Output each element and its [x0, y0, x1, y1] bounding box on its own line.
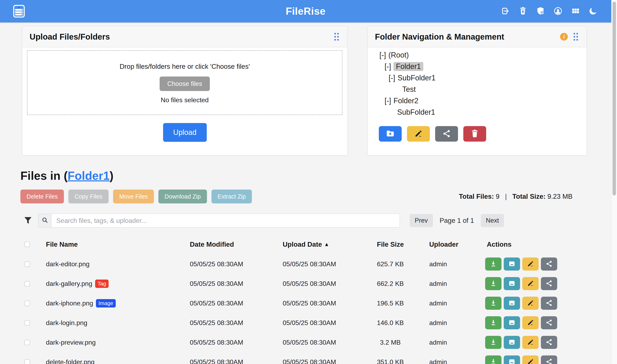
share-folder-button[interactable]: [435, 126, 458, 142]
download-file-button[interactable]: [485, 336, 501, 349]
row-checkbox[interactable]: [25, 320, 30, 326]
edit-file-button[interactable]: [522, 316, 539, 329]
extract-zip-button[interactable]: Extract Zip: [211, 190, 252, 203]
current-folder-link[interactable]: Folder1: [67, 169, 110, 182]
drag-handle-icon[interactable]: [333, 32, 340, 42]
prev-page-button[interactable]: Prev: [410, 214, 433, 227]
sign-out-icon: [501, 7, 510, 16]
filter-button[interactable]: [23, 215, 33, 226]
folder-name[interactable]: SubFolder1: [397, 108, 435, 117]
select-all-checkbox[interactable]: [25, 242, 30, 247]
choose-files-button[interactable]: Choose files: [160, 77, 210, 91]
share-file-button[interactable]: [541, 277, 557, 290]
admin-panel-button[interactable]: [536, 7, 545, 16]
col-date-modified[interactable]: Date Modified: [190, 241, 283, 248]
folder-name[interactable]: Folder1: [394, 62, 423, 71]
download-file-button[interactable]: [485, 258, 501, 271]
move-files-button[interactable]: Move Files: [113, 190, 154, 203]
folder-tree-item[interactable]: [-]Folder1: [368, 61, 587, 72]
dark-mode-toggle[interactable]: [589, 7, 598, 16]
tree-toggle[interactable]: [-]: [384, 62, 391, 71]
file-name: dark-iphone.png: [46, 299, 93, 307]
share-file-button[interactable]: [541, 297, 557, 310]
row-checkbox[interactable]: [25, 281, 30, 286]
copy-files-button[interactable]: Copy Files: [68, 190, 109, 203]
share-file-button[interactable]: [541, 258, 557, 271]
upload-button[interactable]: Upload: [163, 123, 207, 142]
tree-toggle[interactable]: [-]: [380, 51, 386, 59]
row-checkbox[interactable]: [25, 300, 30, 306]
tree-toggle[interactable]: [-]: [384, 96, 391, 105]
folder-name[interactable]: SubFolder1: [398, 74, 435, 82]
share-icon: [545, 260, 553, 268]
row-checkbox[interactable]: [25, 359, 30, 364]
folder-name[interactable]: (Root): [388, 51, 409, 59]
table-row: dark-gallery.pngTag05/05/25 08:30AM05/05…: [0, 274, 600, 293]
preview-icon: [508, 260, 516, 268]
col-file-size[interactable]: File Size: [372, 241, 408, 248]
table-row: dark-login.png05/05/25 08:30AM05/05/25 0…: [0, 313, 600, 333]
download-file-button[interactable]: [485, 277, 501, 290]
share-folder-icon: [442, 129, 451, 139]
col-file-name[interactable]: File Name: [46, 241, 190, 248]
download-zip-button[interactable]: Download Zip: [158, 190, 207, 203]
folder-tree-item[interactable]: [-](Root): [368, 49, 587, 61]
drag-handle-icon[interactable]: [572, 32, 579, 42]
dark-mode-icon: [589, 7, 598, 16]
share-file-button[interactable]: [541, 316, 557, 329]
uploader: admin: [408, 260, 484, 268]
download-icon: [489, 319, 497, 327]
scrollbar-thumb[interactable]: [613, 2, 616, 195]
folder-name[interactable]: Test: [402, 85, 416, 94]
header-actions: [501, 0, 598, 23]
edit-file-button[interactable]: [522, 297, 539, 310]
date-modified: 05/05/25 08:30AM: [190, 260, 283, 268]
edit-file-button[interactable]: [522, 336, 539, 349]
folder-name[interactable]: Folder2: [394, 96, 419, 105]
folder-tree-item[interactable]: [-]SubFolder1: [368, 72, 587, 84]
tree-toggle[interactable]: [-]: [389, 74, 395, 82]
download-file-button[interactable]: [485, 316, 501, 329]
row-actions: [484, 277, 600, 290]
row-actions: [484, 297, 600, 310]
preview-icon: [508, 319, 516, 327]
folder-tree-item[interactable]: [-]Folder2: [368, 95, 587, 106]
folder-info-icon[interactable]: i: [560, 33, 568, 41]
view-switch-button[interactable]: [571, 7, 580, 16]
share-file-button[interactable]: [541, 336, 557, 349]
upload-date: 05/05/25 08:30AM: [283, 260, 372, 268]
preview-file-button[interactable]: [504, 355, 520, 364]
col-uploader[interactable]: Uploader: [408, 241, 484, 248]
delete-folder-button[interactable]: [463, 126, 486, 142]
preview-file-button[interactable]: [504, 297, 520, 310]
edit-file-button[interactable]: [522, 355, 539, 364]
share-file-button[interactable]: [541, 355, 557, 364]
file-dropzone[interactable]: Drop files/folders here or click 'Choose…: [27, 50, 342, 115]
create-folder-button[interactable]: [379, 126, 402, 142]
trash-restore-icon: [518, 7, 527, 16]
col-upload-date[interactable]: Upload Date ▲: [283, 241, 372, 248]
download-file-button[interactable]: [485, 355, 501, 364]
delete-files-button[interactable]: Delete Files: [20, 190, 64, 203]
trash-restore-button[interactable]: [518, 7, 528, 16]
preview-file-button[interactable]: [504, 316, 520, 329]
download-file-button[interactable]: [485, 297, 501, 310]
search-bar: [38, 214, 400, 228]
row-checkbox[interactable]: [25, 340, 30, 345]
folder-tree-item[interactable]: Test: [368, 84, 587, 95]
preview-file-button[interactable]: [504, 336, 520, 349]
user-profile-button[interactable]: [553, 7, 563, 16]
file-size: 625.7 KB: [372, 260, 408, 268]
search-input[interactable]: [51, 214, 400, 228]
rename-folder-button[interactable]: [407, 126, 430, 142]
scrollbar-track[interactable]: [611, 0, 617, 364]
edit-file-button[interactable]: [522, 258, 539, 271]
edit-file-button[interactable]: [522, 277, 539, 290]
sign-out-button[interactable]: [501, 7, 510, 16]
next-page-button[interactable]: Next: [481, 214, 504, 227]
folder-tree-item[interactable]: SubFolder1: [368, 106, 587, 118]
row-checkbox[interactable]: [25, 261, 30, 267]
preview-file-button[interactable]: [504, 258, 520, 271]
uploader: admin: [408, 339, 484, 346]
preview-file-button[interactable]: [504, 277, 520, 290]
